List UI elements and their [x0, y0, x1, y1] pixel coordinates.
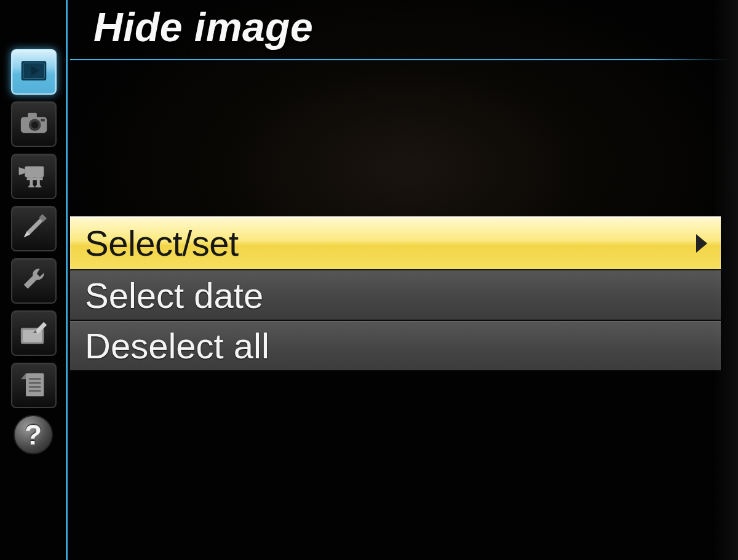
svg-marker-22 [21, 373, 26, 379]
svg-marker-9 [19, 167, 25, 175]
title-divider [70, 59, 728, 60]
menu-item-label: Deselect all [85, 325, 708, 366]
svg-rect-23 [29, 378, 41, 379]
sidebar-tab-playback[interactable] [11, 49, 57, 95]
svg-rect-24 [29, 382, 41, 384]
list-page-icon [18, 368, 50, 403]
sidebar-tab-custom[interactable] [11, 206, 57, 251]
svg-rect-4 [28, 113, 37, 118]
page-title: Hide image [93, 4, 313, 50]
sidebar-tab-mymenu[interactable] [11, 363, 57, 408]
wrench-icon [18, 264, 50, 298]
main-panel: Hide image Select/set Select date Desele… [68, 0, 738, 560]
question-icon: ? [25, 418, 42, 451]
menu-list: Select/set Select date Deselect all [70, 216, 721, 371]
movie-camera-icon [18, 159, 50, 194]
sidebar-tab-setup[interactable] [11, 258, 57, 304]
camera-icon [18, 107, 50, 141]
menu-item-label: Select/set [85, 223, 696, 264]
sidebar-tab-movie[interactable] [11, 154, 57, 199]
menu-item-deselect-all[interactable]: Deselect all [70, 321, 721, 371]
svg-rect-8 [25, 166, 44, 177]
play-rect-icon [19, 56, 49, 88]
svg-marker-13 [28, 183, 34, 187]
chevron-right-icon [696, 234, 707, 253]
camera-menu-screen: ? Hide image Select/set Select date Dese… [0, 0, 738, 560]
sidebar-tab-retouch[interactable] [11, 310, 57, 356]
sidebar-tab-shooting[interactable] [11, 101, 57, 147]
svg-point-6 [31, 122, 38, 128]
menu-item-select-date[interactable]: Select date [70, 270, 721, 321]
svg-marker-14 [35, 183, 42, 187]
menu-item-label: Select date [85, 275, 708, 316]
menu-sidebar: ? [0, 0, 68, 560]
retouch-brush-icon [18, 316, 50, 350]
svg-rect-12 [27, 177, 43, 180]
svg-rect-21 [26, 373, 44, 396]
svg-rect-26 [29, 390, 41, 392]
sidebar-tab-help[interactable]: ? [14, 415, 53, 454]
svg-rect-25 [29, 386, 41, 387]
pencil-icon [18, 211, 50, 246]
menu-item-select-set[interactable]: Select/set [70, 216, 721, 270]
svg-rect-7 [41, 119, 45, 122]
